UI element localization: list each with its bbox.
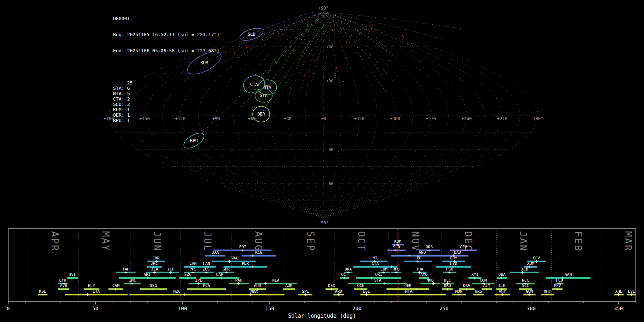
month-label: JUL: [202, 231, 213, 252]
lon-label: 180°: [533, 116, 543, 121]
peak-marker-LEO: [416, 260, 419, 263]
lat-label: -60: [326, 181, 333, 186]
month-label: MAR: [623, 231, 634, 252]
shower-label-DRA: DRA: [345, 267, 352, 272]
shower-label-ZCS: ZCS: [203, 267, 210, 272]
meteor-point: [372, 24, 373, 25]
peak-marker-NZC: [183, 293, 186, 296]
month-label: JUN: [152, 231, 163, 252]
shower-label-HYD: HYD: [450, 261, 457, 266]
meteor-point: [262, 39, 263, 40]
peak-marker-OCU: [360, 288, 363, 291]
shower-label-XUM: XUM: [527, 261, 535, 266]
peak-marker-GUM: [528, 293, 531, 296]
peak-marker-AUR: [287, 288, 290, 291]
lon-label: +300: [390, 116, 400, 121]
peak-marker-XCB: [521, 271, 524, 274]
shower-bar-KCG: [242, 255, 276, 257]
shower-label-CAM: CAM: [112, 283, 119, 288]
meteor-point: [255, 74, 256, 75]
shower-label-LEO: LEO: [414, 256, 421, 260]
shower-label-KSE: KSE: [39, 289, 46, 294]
shower-bar-AAN: [546, 277, 590, 279]
tick-label: 100: [178, 306, 187, 311]
month-label: SEP: [305, 231, 316, 252]
peak-marker-IPE: [197, 282, 200, 285]
tick-label: 150: [265, 306, 274, 311]
peak-marker-PAU: [237, 282, 240, 285]
meteor-point: [246, 47, 247, 48]
shower-label-JXA: JXA: [212, 250, 219, 255]
shower-label-DSV: DSV: [463, 283, 470, 288]
shower-label-COR: COR: [152, 256, 160, 260]
tick-label: 300: [527, 306, 536, 311]
peak-marker-PSU: [448, 271, 451, 274]
stream-trail: [326, 15, 386, 93]
shower-label-CAN: CAN: [190, 261, 197, 266]
shower-label-EVI: EVI: [628, 289, 635, 294]
peak-marker-AMO: [423, 277, 426, 279]
tick-label: 0: [7, 306, 10, 311]
lon-label: +30: [284, 116, 292, 121]
stream-trail: [335, 24, 336, 79]
legend-count-sld: SLD: 2: [113, 102, 225, 107]
shower-label-DAD: DAD: [454, 250, 461, 255]
radiant-label-STA: STA: [260, 93, 268, 98]
peak-marker-DKD: [446, 288, 449, 291]
shower-label-NIA: NIA: [272, 278, 279, 283]
meteor-point: [282, 34, 283, 35]
peak-marker-PPS: [191, 271, 194, 274]
peak-marker-ARD: [337, 293, 340, 296]
shower-label-OHY: OHY: [544, 289, 551, 294]
peak-marker-DSX: [330, 288, 333, 291]
shower-label-NCC: NCC: [522, 278, 529, 283]
radiant-label-OER: OER: [257, 112, 265, 117]
month-label: APR: [49, 231, 60, 252]
tick-label: 350: [614, 306, 623, 311]
peak-marker-FFV: [556, 288, 559, 291]
peak-marker-HVI: [70, 277, 73, 279]
stream-trail: [325, 13, 444, 39]
shower-label-CTA: CTA: [372, 261, 379, 266]
month-label: AUG: [253, 231, 264, 252]
shower-label-ECV: ECV: [533, 256, 540, 260]
meteor-point: [402, 35, 403, 36]
peak-marker-ECV: [535, 260, 538, 263]
x-axis-label: Solar longitude (deg): [288, 313, 356, 319]
meteor-point: [357, 47, 358, 48]
lon-label: +60: [248, 116, 256, 121]
peak-marker-ERI: [241, 249, 244, 252]
legend-count-kum: KUM: 1: [113, 107, 225, 112]
meteor-point: [323, 16, 324, 17]
legend-count-nta: NTA: 5: [113, 91, 225, 96]
peak-marker-ZCS: [205, 271, 208, 274]
shower-label-XCB: XCB: [521, 267, 528, 272]
stream-trail: [228, 13, 311, 44]
shower-bar-CAP: [200, 277, 239, 279]
tick-label: 200: [352, 306, 361, 311]
meteor-points: [194, 16, 412, 141]
month-label: FEB: [573, 231, 584, 252]
peak-marker-GDR: [225, 271, 228, 274]
peak-marker-SLD: [394, 249, 397, 252]
shower-label-DEC: DEC: [444, 278, 451, 283]
stream-trail: [326, 12, 462, 29]
shower-bar-XCB: [510, 272, 539, 273]
peak-marker-XYI: [473, 277, 476, 279]
map-legend: DE0001 Beg: 20251105 16:52:11 (sol = 223…: [113, 5, 225, 134]
shower-label-GEM: GEM: [460, 245, 467, 249]
shower-label-LMI: LMI: [370, 256, 377, 260]
shower-label-GDR: GDR: [223, 267, 230, 272]
shower-label-LUM: LUM: [380, 267, 387, 272]
shower-label-FAN: FAN: [203, 261, 210, 266]
shower-label-JRC: JRC: [151, 261, 158, 266]
stream-trail: [233, 18, 319, 118]
shower-label-HVI: HVI: [69, 272, 76, 277]
legend-count-spo: ...: 25: [113, 80, 225, 86]
month-label: MAY: [100, 231, 111, 252]
shower-label-CAP: CAP: [216, 272, 223, 277]
shower-label-ILE: ILE: [498, 283, 505, 288]
shower-bar-NDA: [224, 294, 285, 296]
lon-label: +240: [462, 116, 472, 121]
radiant-label-CTA: CTA: [250, 82, 258, 87]
